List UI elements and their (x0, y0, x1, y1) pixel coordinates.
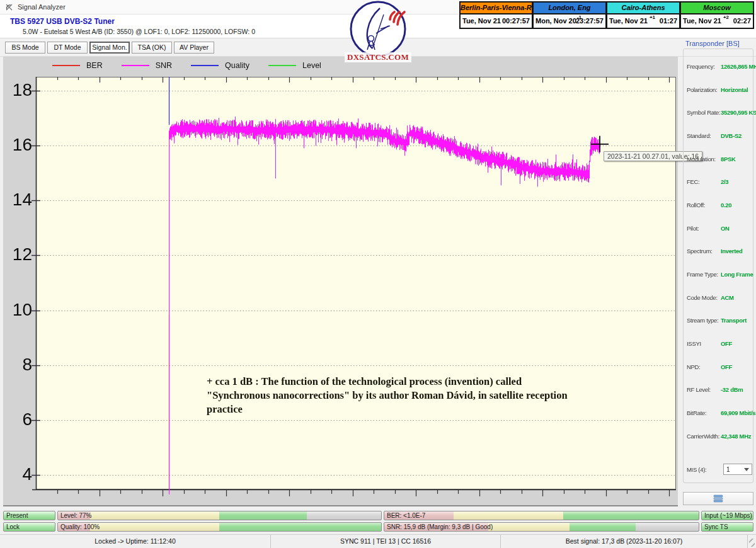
y-axis-label: 10 (4, 300, 32, 320)
tab-bs-mode[interactable]: BS Mode (5, 42, 45, 54)
clock-body: Tue, Nov 21+202:27 (681, 14, 753, 28)
signal-indicator-bars: Present Lock Level: 77% Quality: 100% BE… (0, 510, 756, 534)
transponder-value: Inverted (721, 248, 743, 254)
transponder-label: RF Level: (687, 386, 721, 393)
ber-bar: BER: <1.0E-7 (384, 511, 699, 520)
legend-label: Level (302, 61, 321, 70)
transponder-label: ISSYI (687, 340, 721, 347)
clock-column: Berlin-Paris-Vienna-RomaTue, Nov 2100:27… (459, 1, 533, 29)
transponder-label: Polarization: (687, 86, 721, 93)
legend-line (122, 65, 149, 66)
transponder-label: Pilot: (687, 225, 721, 232)
tab-signal-mon[interactable]: Signal Mon. (89, 42, 130, 54)
clock-city-header: Berlin-Paris-Vienna-Roma (461, 3, 532, 14)
transponder-value: Horizontal (721, 86, 748, 93)
clock-utc-offset: +1 (650, 14, 655, 20)
logo-text: DXSATCS.COM (345, 52, 411, 62)
transponder-sidebar: Transponder [BS] Frequency:12626,865 MHz… (682, 38, 756, 509)
clock-column: London, EngMon, Nov 20-123:27:57 (533, 1, 607, 29)
mis-label: MIS (4): (687, 466, 721, 473)
annotation-line: "Synchronous nanocorrections" by its aut… (207, 389, 648, 402)
transponder-value: Long Frame (721, 271, 753, 278)
clock-body: Tue, Nov 21+101:27 (607, 14, 679, 28)
transponder-label: Spectrum: (687, 248, 721, 254)
clock-utc-offset: +2 (723, 14, 729, 20)
y-axis-label: 16 (4, 135, 32, 155)
tuner-subtitle: 5.0W - Eutelsat 5 West A/B (ID: 3550) @ … (23, 28, 255, 35)
clock-city-header: London, Eng (534, 3, 605, 14)
transponder-label: Modulation: (687, 156, 721, 163)
clock-date: Tue, Nov 21 (462, 17, 501, 25)
transponder-label: Frequency: (687, 63, 721, 70)
transponder-label: Stream type: (687, 317, 721, 324)
transponder-row: CarrierWidth:42,348 MHz (684, 425, 753, 448)
signal-chart-canvas[interactable] (3, 57, 678, 505)
legend-item-snr: SNR (122, 61, 172, 70)
transponder-row: Stream type:Transport (684, 309, 753, 333)
legend-item-ber: BER (52, 61, 103, 70)
lock-indicator: Lock (3, 522, 55, 532)
transponder-row: Polarization:Horizontal (684, 78, 753, 101)
y-axis-label: 8 (4, 355, 32, 375)
transponder-label: Frame Type: (687, 271, 721, 278)
transponder-label: CarrierWidth: (687, 433, 721, 440)
legend-line (52, 65, 80, 66)
transponder-label: Code Mode: (687, 294, 721, 301)
dxsatcs-logo: DXSATCS.COM (345, 1, 411, 62)
world-clocks: Berlin-Paris-Vienna-RomaTue, Nov 2100:27… (459, 1, 755, 29)
tab-tsa-ok[interactable]: TSA (OK) (132, 42, 172, 54)
snr-bar: SNR: 15,9 dB (Margin: 9,3 dB | Good) (384, 522, 699, 532)
legend-label: Quality (225, 61, 249, 70)
transponder-value: 69,909 Mbit/s (721, 409, 755, 416)
mis-row: MIS (4): 1 (687, 464, 752, 475)
transponder-label: NPD: (687, 363, 721, 370)
y-axis-label: 4 (4, 464, 32, 484)
transponder-value: DVB-S2 (721, 132, 742, 139)
clock-time: 01:27 (660, 17, 677, 25)
tab-dt-mode[interactable]: DT Mode (47, 42, 88, 54)
transponder-groupbox: Frequency:12626,865 MHzPolarization:Hori… (683, 49, 753, 483)
status-sync-counters: SYNC 911 | TEI 13 | CC 16516 (271, 535, 501, 548)
signal-monitor-panel: BERSNRQualityLevel 1816141210864 + cca 1… (3, 57, 678, 506)
legend-line (191, 65, 219, 66)
clock-body: Mon, Nov 20-123:27:57 (534, 14, 605, 28)
resize-grip[interactable] (749, 539, 755, 547)
present-indicator: Present (3, 511, 55, 520)
mis-value: 1 (726, 466, 730, 473)
statusbar: Locked -> Uptime: 11:12:40 SYNC 911 | TE… (0, 534, 756, 548)
level-bar: Level: 77% (57, 511, 382, 520)
y-axis-label: 18 (4, 80, 32, 100)
transponder-row: Pilot:ON (684, 217, 753, 240)
chevron-down-icon (744, 468, 749, 471)
legend-label: SNR (156, 61, 172, 70)
clock-body: Tue, Nov 2100:27:57 (461, 14, 532, 28)
legend-label: BER (86, 61, 103, 70)
transponder-row: NPD:OFF (684, 355, 753, 379)
annotation-line: practice (207, 402, 648, 416)
transponder-row: RollOff:0.20 (684, 193, 753, 217)
clock-date: Tue, Nov 21 (609, 17, 648, 25)
y-axis-label: 6 (4, 409, 32, 430)
y-axis-label: 14 (4, 190, 32, 210)
app-icon (5, 3, 13, 11)
clock-time: 00:27:57 (502, 17, 530, 25)
mis-select[interactable]: 1 (723, 464, 752, 475)
transponder-value: Transport (721, 317, 747, 324)
chart-annotation: + cca 1 dB : The function of the technol… (207, 375, 648, 416)
transponder-row: Code Mode:ACM (684, 286, 753, 309)
tab-av-player[interactable]: AV Player (174, 42, 214, 54)
transponder-row: RF Level:-32 dBm (684, 379, 753, 402)
status-uptime: Locked -> Uptime: 11:12:40 (0, 535, 271, 548)
y-axis-label: 12 (4, 244, 32, 265)
transponder-value: 35290,595 KS/s (721, 109, 756, 116)
transponder-row: ISSYIOFF (684, 332, 753, 355)
transponder-value: 0.20 (721, 202, 731, 208)
transponder-row: Symbol Rate:35290,595 KS/s (684, 101, 753, 124)
transponder-value: OFF (721, 363, 732, 370)
transponder-value: ACM (721, 294, 734, 301)
transponder-value: 2/3 (721, 178, 728, 185)
transponder-value: -32 dBm (721, 386, 743, 393)
quality-bar: Quality: 100% (57, 522, 382, 532)
clock-column: Cairo-AthensTue, Nov 21+101:27 (607, 1, 680, 29)
transponder-list-button[interactable] (683, 492, 753, 505)
